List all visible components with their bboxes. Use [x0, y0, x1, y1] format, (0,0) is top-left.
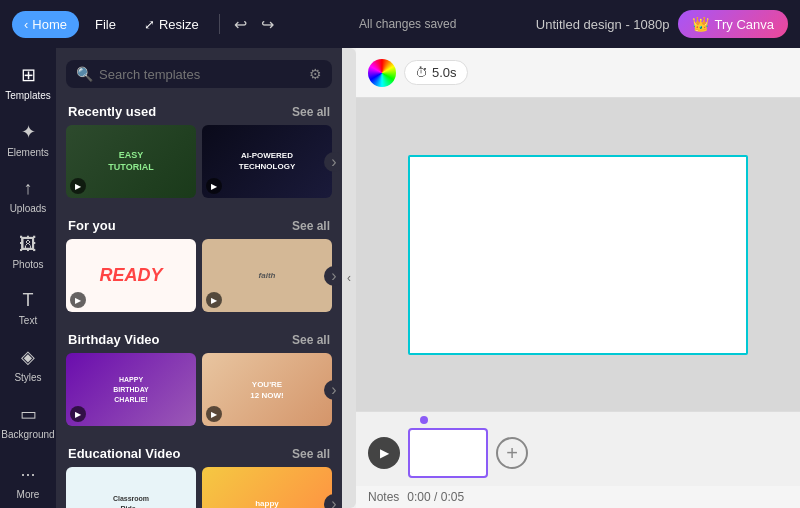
next-arrow-button[interactable]: ›	[324, 266, 342, 286]
home-label: Home	[32, 17, 67, 32]
sidebar-item-label: More	[17, 489, 40, 500]
see-all-link[interactable]: See all	[292, 447, 330, 461]
templates-panel: 🔍 ⚙ Recently used See all EASYTUTORIAL	[56, 48, 342, 508]
play-icon: ▶	[380, 446, 389, 460]
try-canva-label: Try Canva	[715, 17, 774, 32]
sidebar-item-more[interactable]: ··· More	[4, 456, 52, 508]
duration-badge[interactable]: ⏱ 5.0s	[404, 60, 468, 85]
resize-button[interactable]: ⤢ Resize	[132, 11, 211, 38]
background-icon: ▭	[20, 403, 37, 425]
notes-bar: Notes 0:00 / 0:05	[356, 486, 800, 508]
playhead-dot	[420, 416, 428, 424]
section-header: Educational Video See all	[56, 438, 342, 467]
canvas-main[interactable]	[356, 98, 800, 411]
template-thumb[interactable]: YOU'RE12 NOW! ▶	[202, 353, 332, 426]
play-badge: ▶	[206, 178, 222, 194]
sidebar-item-label: Templates	[5, 90, 51, 101]
templates-icon: ⊞	[21, 64, 36, 86]
sidebar-item-templates[interactable]: ⊞ Templates	[4, 56, 52, 109]
see-all-link[interactable]: See all	[292, 333, 330, 347]
sidebar-icons: ⊞ Templates ✦ Elements ↑ Uploads 🖼 Photo…	[0, 48, 56, 508]
template-thumb[interactable]: happy ▶	[202, 467, 332, 508]
elements-icon: ✦	[21, 121, 36, 143]
sidebar-item-uploads[interactable]: ↑ Uploads	[4, 170, 52, 222]
color-picker[interactable]	[368, 59, 396, 87]
search-bar: 🔍 ⚙	[66, 60, 332, 88]
template-thumb[interactable]: AI-POWEREDTECHNOLOGY ▶	[202, 125, 332, 198]
search-input[interactable]	[99, 67, 303, 82]
canvas-toolbar: ⏱ 5.0s	[356, 48, 800, 98]
thumb-content: ClassroomRide...	[66, 467, 196, 508]
photos-icon: 🖼	[19, 234, 37, 255]
notes-label: Notes	[368, 490, 399, 504]
add-icon: +	[506, 442, 518, 465]
sidebar-item-text[interactable]: T Text	[4, 282, 52, 334]
template-grid: EASYTUTORIAL ▶ AI-POWEREDTECHNOLOGY ▶	[56, 125, 342, 198]
filter-button[interactable]: ⚙	[309, 66, 322, 82]
save-status: All changes saved	[284, 17, 532, 31]
chevron-left-icon: ‹	[24, 17, 28, 32]
crown-icon: 👑	[692, 16, 709, 32]
section-title: Educational Video	[68, 446, 180, 461]
templates-scroll[interactable]: Recently used See all EASYTUTORIAL ▶	[56, 96, 342, 508]
topbar: ‹ Home File ⤢ Resize ↩ ↪ All changes sav…	[0, 0, 800, 48]
timeline-track: ▶ +	[356, 424, 800, 486]
timer-icon: ⏱	[415, 65, 428, 80]
play-button[interactable]: ▶	[368, 437, 400, 469]
main-layout: ⊞ Templates ✦ Elements ↑ Uploads 🖼 Photo…	[0, 48, 800, 508]
time-display: 0:00 / 0:05	[407, 490, 464, 504]
section-title: For you	[68, 218, 116, 233]
see-all-link[interactable]: See all	[292, 219, 330, 233]
canvas-area: ⏱ 5.0s ▶ +	[356, 48, 800, 508]
clip-thumbnail[interactable]	[408, 428, 488, 478]
sidebar-item-label: Photos	[12, 259, 43, 270]
play-badge: ▶	[70, 178, 86, 194]
home-button[interactable]: ‹ Home	[12, 11, 79, 38]
styles-icon: ◈	[21, 346, 35, 368]
sidebar-item-label: Background	[1, 429, 54, 440]
template-grid: READY ▶ faith ▶ ›	[56, 239, 342, 312]
template-grid: HAPPYBIRTHDAYCHARLIE! ▶ YOU'RE12 NOW! ▶	[56, 353, 342, 426]
timeline-indicator-row	[356, 412, 800, 424]
next-arrow-button[interactable]: ›	[324, 380, 342, 400]
section-for-you: For you See all READY ▶ faith ▶	[56, 210, 342, 312]
undo-button[interactable]: ↩	[228, 11, 253, 38]
next-arrow-button[interactable]: ›	[324, 152, 342, 172]
template-thumb[interactable]: ClassroomRide... ▶	[66, 467, 196, 508]
topbar-right: Untitled design - 1080p 👑 Try Canva	[536, 10, 788, 38]
resize-label: Resize	[159, 17, 199, 32]
section-educational: Educational Video See all ClassroomRide.…	[56, 438, 342, 508]
template-thumb[interactable]: HAPPYBIRTHDAYCHARLIE! ▶	[66, 353, 196, 426]
template-thumb[interactable]: faith ▶	[202, 239, 332, 312]
try-canva-button[interactable]: 👑 Try Canva	[678, 10, 788, 38]
sidebar-item-photos[interactable]: 🖼 Photos	[4, 226, 52, 278]
template-grid: ClassroomRide... ▶ happy ▶ ›	[56, 467, 342, 508]
next-arrow-button[interactable]: ›	[324, 494, 342, 508]
sidebar-item-label: Text	[19, 315, 37, 326]
sidebar-item-label: Styles	[14, 372, 41, 383]
template-thumb[interactable]: EASYTUTORIAL ▶	[66, 125, 196, 198]
section-birthday: Birthday Video See all HAPPYBIRTHDAYCHAR…	[56, 324, 342, 426]
save-status-text: All changes saved	[359, 17, 456, 31]
section-recently-used: Recently used See all EASYTUTORIAL ▶	[56, 96, 342, 198]
template-thumb[interactable]: READY ▶	[66, 239, 196, 312]
more-icon: ···	[20, 464, 35, 485]
sidebar-item-background[interactable]: ▭ Background	[4, 395, 52, 448]
see-all-link[interactable]: See all	[292, 105, 330, 119]
sidebar-item-label: Elements	[7, 147, 49, 158]
collapse-panel-button[interactable]: ‹	[342, 48, 356, 508]
undo-redo-group: ↩ ↪	[228, 11, 280, 38]
file-button[interactable]: File	[83, 11, 128, 38]
redo-button[interactable]: ↪	[255, 11, 280, 38]
section-header: Recently used See all	[56, 96, 342, 125]
canvas-frame[interactable]	[408, 155, 748, 355]
playhead-indicator	[420, 416, 428, 424]
sidebar-item-label: Uploads	[10, 203, 47, 214]
thumb-content: happy	[202, 467, 332, 508]
add-clip-button[interactable]: +	[496, 437, 528, 469]
chevron-left-icon: ‹	[347, 271, 351, 285]
section-header: Birthday Video See all	[56, 324, 342, 353]
resize-icon: ⤢	[144, 17, 155, 32]
sidebar-item-elements[interactable]: ✦ Elements	[4, 113, 52, 166]
sidebar-item-styles[interactable]: ◈ Styles	[4, 338, 52, 391]
